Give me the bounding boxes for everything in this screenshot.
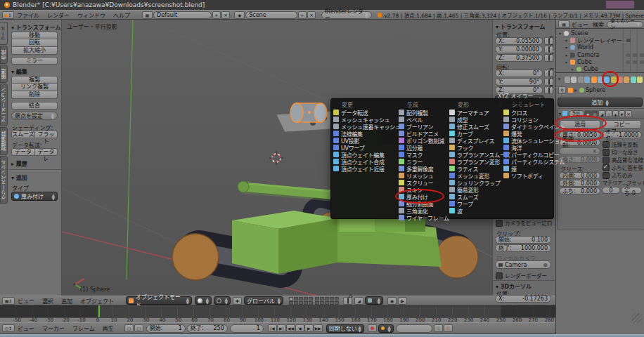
transform-panel-header[interactable]: ▾ トランスフォーム bbox=[11, 23, 60, 31]
modifier-menu-item[interactable]: ミラー bbox=[399, 158, 449, 165]
apply-button[interactable]: 適用 bbox=[560, 120, 600, 128]
layout-add-button[interactable]: + bbox=[212, 11, 221, 19]
material-rim-field[interactable]: ふち:0 bbox=[621, 187, 642, 194]
frame-start-field[interactable]: 開始:1 bbox=[146, 324, 186, 333]
modifier-menu-item[interactable]: 辺分離 bbox=[399, 144, 449, 151]
modifier-render-toggle-icon[interactable]: ◈ bbox=[584, 110, 591, 117]
modifier-menu-item[interactable]: 頂点ウェイト編集 bbox=[333, 151, 399, 158]
scene-add-button[interactable]: + bbox=[298, 11, 307, 19]
layer-toggle[interactable] bbox=[335, 301, 339, 305]
modifier-menu-item[interactable]: 煙 bbox=[503, 165, 557, 172]
lock-icon[interactable] bbox=[544, 86, 553, 94]
shade-smooth-button[interactable]: スムーズ bbox=[11, 131, 35, 138]
layer-toggle[interactable] bbox=[325, 297, 329, 300]
translate-button[interactable]: 移動 bbox=[11, 32, 58, 39]
outliner-row-World[interactable]: ▾World bbox=[558, 44, 644, 51]
scene-tab-icon[interactable] bbox=[578, 77, 584, 83]
outliner-row-レンダーレイヤー[interactable]: ▾レンダーレイヤー bbox=[558, 37, 644, 44]
outliner-row-Camera[interactable]: ▾Camera bbox=[558, 51, 644, 58]
play-button[interactable]: ▶ bbox=[304, 324, 314, 332]
object-data-tab-icon[interactable] bbox=[611, 77, 617, 83]
modifier-menu-item[interactable]: フック bbox=[449, 144, 503, 151]
modifier-menu-item[interactable]: ラプラシアン変形 bbox=[449, 158, 503, 165]
modifier-menu-item[interactable]: ダイナミックペイント bbox=[503, 123, 557, 130]
layer-toggle[interactable] bbox=[325, 301, 329, 305]
screen-layout-icon[interactable]: ▦ bbox=[142, 11, 153, 19]
modifier-menu-item[interactable]: コリジョン bbox=[503, 116, 557, 123]
expand-modifier-icon[interactable]: ▾ bbox=[559, 111, 561, 116]
material-offset-field[interactable]: 0 bbox=[602, 187, 620, 194]
render-opengl-icon[interactable]: ◉ bbox=[387, 297, 397, 305]
expand-toggle-icon[interactable]: ▾ bbox=[565, 45, 570, 50]
select-restrict-icon[interactable] bbox=[633, 60, 638, 64]
delete-keyframe-icon[interactable]: ⚿ bbox=[444, 324, 453, 332]
material-tab-icon[interactable] bbox=[617, 77, 623, 83]
location-x-field[interactable]: X:-0.05500 bbox=[495, 37, 543, 45]
layer-toggle[interactable] bbox=[335, 297, 339, 300]
jump-to-start-button[interactable]: |◀ bbox=[268, 324, 277, 332]
modifier-menu-item[interactable]: スキン bbox=[399, 186, 449, 193]
modifier-type-dropdown[interactable]: 厚み付け▲▼ bbox=[11, 192, 58, 201]
modifier-menu-item[interactable]: 配列複製 bbox=[399, 109, 449, 116]
frame-end-field[interactable]: 終了:250 bbox=[187, 324, 228, 333]
render-engine-select[interactable]: Blenderレンダー▲▼ bbox=[321, 11, 372, 19]
sync-dropdown[interactable]: 同期しない▲▼ bbox=[326, 324, 364, 333]
modifier-menu-item[interactable]: メッシュ連番キャッシュ bbox=[333, 123, 399, 130]
tool-shelf-tab-関連[interactable]: 関連 bbox=[0, 65, 8, 83]
info-menu-ウィンドウ[interactable]: ウィンドウ bbox=[77, 11, 105, 19]
transfer-data-layout-button[interactable]: データレ bbox=[35, 148, 58, 156]
layer-toggle[interactable] bbox=[309, 301, 313, 305]
info-menu-ファイル[interactable]: ファイル bbox=[17, 11, 39, 19]
object-tab-icon[interactable] bbox=[591, 77, 597, 83]
modifier-menu-item[interactable]: データ転送 bbox=[333, 109, 399, 116]
modifier-menu-item[interactable]: 成型 bbox=[449, 116, 503, 123]
insert-keyframe-icon[interactable]: ⚿ bbox=[434, 324, 443, 332]
layer-toggle[interactable] bbox=[304, 297, 308, 300]
modifier-menu-item[interactable]: 多重解像度 bbox=[399, 165, 449, 172]
lock-icon[interactable] bbox=[544, 54, 553, 62]
modifier-edit-toggle-icon[interactable]: ◢ bbox=[598, 110, 605, 117]
location-y-field[interactable]: Y:0.00000 bbox=[495, 46, 543, 53]
resize-grip[interactable] bbox=[632, 313, 642, 323]
render-restrict-icon[interactable] bbox=[640, 60, 644, 64]
outliner-editor-type-icon[interactable]: ▦ bbox=[558, 20, 569, 28]
lock-camera-to-view-checkbox[interactable]: カメラをビューにロ.. bbox=[496, 219, 555, 227]
modifier-menu-item[interactable]: 三角面化 bbox=[399, 207, 449, 214]
outliner-view-menu[interactable]: ビュー bbox=[572, 20, 588, 28]
layer-toggle[interactable] bbox=[315, 301, 319, 305]
render-border-checkbox[interactable]: レンダーボーダー bbox=[496, 272, 547, 279]
modifier-menu-item[interactable]: スムーズ bbox=[449, 193, 503, 200]
view3d-editor-type-icon[interactable]: ▦↕ bbox=[2, 297, 15, 305]
modifier-menu-item[interactable]: スクリュー bbox=[399, 179, 449, 186]
delete-button[interactable]: 削除 bbox=[11, 91, 58, 99]
modifier-menu-item[interactable]: 細分割曲面 bbox=[399, 200, 449, 207]
crease-outer-field[interactable]: 外側:0.000 bbox=[559, 180, 600, 187]
lock-to-scene-icon[interactable] bbox=[343, 297, 352, 305]
modifier-menu-item[interactable]: ラプラシアンスムーズ bbox=[449, 151, 503, 158]
editor-type-button[interactable]: ●↕ bbox=[2, 11, 14, 19]
render-opengl-anim-icon[interactable]: ▶ bbox=[398, 297, 407, 305]
only-rim-checkbox[interactable]: ふちのみ bbox=[603, 171, 633, 179]
expand-toggle-icon[interactable]: ▾ bbox=[565, 38, 570, 43]
modifier-menu-item[interactable]: アーマチュア bbox=[449, 109, 503, 116]
modifier-menu-item[interactable]: 爆発 bbox=[503, 130, 557, 137]
view3d-menu-選択[interactable]: 選択 bbox=[42, 297, 53, 305]
info-menu-ヘルプ[interactable]: ヘルプ bbox=[113, 11, 130, 19]
shade-flat-button[interactable]: フラット bbox=[35, 131, 58, 138]
rotation-x-field[interactable]: X:0° bbox=[495, 70, 543, 77]
crease-inner-field[interactable]: 内側:0.000 bbox=[559, 172, 600, 179]
modifier-menu-item[interactable]: メッシュ変形 bbox=[449, 172, 503, 179]
clip-start-field[interactable]: 開始:0.100 bbox=[495, 236, 551, 244]
modifier-menu-item[interactable]: クロス bbox=[503, 109, 557, 116]
auto-keyframe-record-icon[interactable] bbox=[368, 324, 377, 332]
modifier-name-field[interactable]: Sol bbox=[569, 110, 584, 117]
view3d-menu-追加[interactable]: 追加 bbox=[61, 297, 72, 305]
timeline-ruler[interactable]: -50-40-30-20-100102030405060708090100110… bbox=[0, 317, 555, 322]
modifier-menu-item[interactable]: 簡易変形 bbox=[449, 186, 503, 193]
use-preview-range-icon[interactable]: ○ bbox=[124, 324, 134, 332]
modifier-menu-item[interactable]: リメッシュ bbox=[399, 172, 449, 179]
modifier-menu-item[interactable]: ビルドアニメ bbox=[399, 130, 449, 137]
eye-restrict-icon[interactable] bbox=[626, 60, 631, 64]
flip-normals-checkbox[interactable]: 法線を反転 bbox=[603, 140, 638, 148]
editor-type-icon[interactable]: ▾ bbox=[558, 77, 564, 83]
